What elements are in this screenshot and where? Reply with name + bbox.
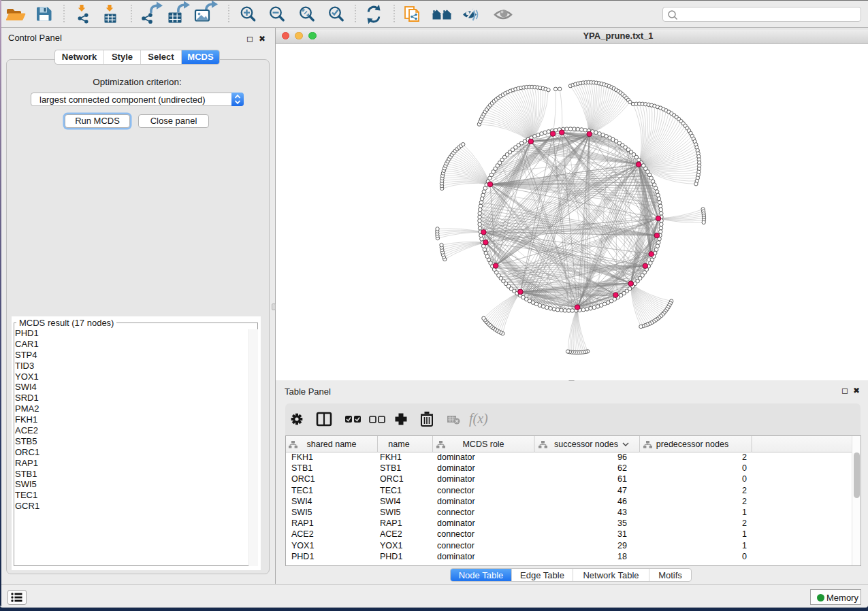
- svg-text:shared name: shared name: [307, 440, 357, 449]
- svg-text:MCDS role: MCDS role: [462, 440, 504, 449]
- svg-text:name: name: [388, 440, 409, 449]
- svg-text:successor nodes: successor nodes: [554, 440, 618, 449]
- svg-text:predecessor nodes: predecessor nodes: [656, 440, 728, 449]
- svg-text:f(x): f(x): [469, 411, 488, 427]
